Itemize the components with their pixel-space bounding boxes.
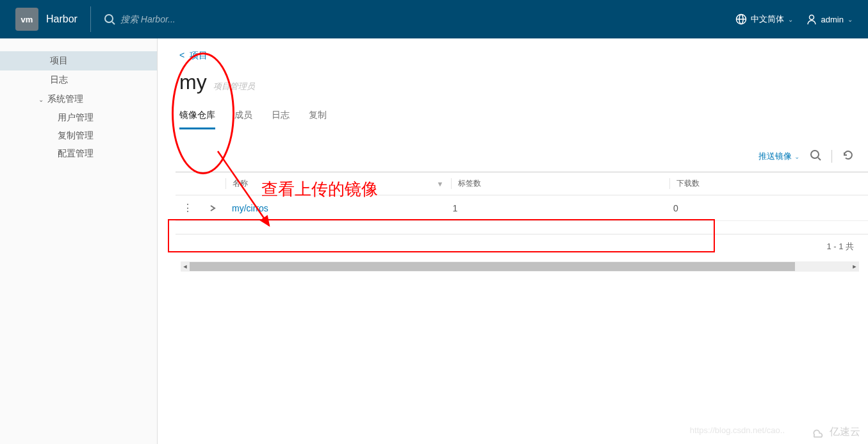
sidebar-group-label: 系统管理: [47, 94, 83, 105]
tab-members[interactable]: 成员: [234, 110, 252, 129]
user-icon: [806, 13, 817, 25]
globe-icon: [735, 13, 747, 25]
scroll-right-arrow[interactable]: ►: [850, 262, 859, 271]
table-row[interactable]: ⋮ my/cirros 1 0: [176, 195, 868, 221]
header-right: 中文简体 ⌄ admin ⌄: [735, 13, 853, 25]
svg-line-1: [112, 22, 115, 24]
chevron-down-icon: ⌄: [848, 16, 853, 23]
chevron-down-icon: ⌄: [788, 16, 793, 23]
chevron-down-icon: ⌄: [794, 153, 799, 160]
repo-name-link[interactable]: my/cirros: [225, 203, 446, 213]
push-image-link[interactable]: 推送镜像 ⌄: [758, 151, 799, 162]
repo-tags: 1: [446, 203, 666, 213]
sidebar-item-replication[interactable]: 复制管理: [0, 127, 157, 145]
svg-point-5: [809, 15, 814, 20]
scroll-left-arrow[interactable]: ◄: [181, 262, 190, 271]
search-input[interactable]: [120, 14, 735, 24]
chevron-right-icon: [209, 204, 217, 212]
filter-icon: ▼: [436, 180, 443, 188]
th-name[interactable]: 名称 ▼: [225, 178, 451, 189]
sidebar: 项目 日志 ⌄ 系统管理 用户管理 复制管理 配置管理: [0, 38, 158, 444]
row-expand-button[interactable]: [200, 204, 225, 212]
sidebar-group-system[interactable]: ⌄ 系统管理: [0, 90, 157, 109]
sidebar-item-config[interactable]: 配置管理: [0, 145, 157, 163]
project-title: my: [179, 70, 207, 94]
search-icon: [104, 13, 115, 25]
app-header: vm Harbor 中文简体 ⌄ admin ⌄: [0, 0, 868, 38]
push-image-label: 推送镜像: [758, 151, 792, 161]
product-name: Harbor: [46, 13, 78, 25]
th-tags[interactable]: 标签数: [451, 178, 669, 189]
sidebar-item-logs[interactable]: 日志: [0, 70, 157, 90]
horizontal-scrollbar[interactable]: ◄ ►: [181, 261, 859, 272]
tab-image-repo[interactable]: 镜像仓库: [179, 110, 215, 129]
breadcrumb-label: 项目: [190, 50, 208, 60]
refresh-icon: [842, 149, 854, 161]
th-downloads[interactable]: 下载数: [669, 178, 868, 189]
chevron-left-icon: <: [179, 50, 184, 60]
sidebar-item-users[interactable]: 用户管理: [0, 109, 157, 127]
scroll-thumb[interactable]: [190, 262, 795, 271]
tabs: 镜像仓库 成员 日志 复制: [179, 110, 868, 130]
table-footer: 1 - 1 共: [176, 234, 868, 259]
svg-point-6: [811, 151, 819, 158]
user-menu[interactable]: admin ⌄: [806, 13, 853, 25]
toolbar-divider: [831, 150, 832, 163]
table-header: 名称 ▼ 标签数 下载数: [176, 172, 868, 195]
repo-downloads: 0: [667, 203, 868, 213]
vmware-logo: vm: [15, 8, 38, 31]
svg-point-0: [105, 15, 113, 22]
language-selector[interactable]: 中文简体 ⌄: [735, 13, 793, 25]
search-container: [104, 13, 735, 25]
row-actions-button[interactable]: ⋮: [176, 202, 200, 214]
tab-replication[interactable]: 复制: [309, 110, 327, 129]
language-label: 中文简体: [751, 13, 784, 25]
filter-search-button[interactable]: [810, 149, 821, 163]
project-role: 项目管理员: [213, 81, 255, 92]
th-name-label: 名称: [233, 178, 248, 189]
main-content: < 项目 my 项目管理员 镜像仓库 成员 日志 复制 推送镜像 ⌄: [158, 38, 868, 444]
search-icon: [810, 149, 821, 161]
user-label: admin: [821, 15, 844, 24]
sidebar-item-projects[interactable]: 项目: [0, 51, 157, 70]
chevron-down-icon: ⌄: [38, 96, 44, 103]
table-toolbar: 推送镜像 ⌄: [176, 130, 868, 172]
tab-logs[interactable]: 日志: [272, 110, 290, 129]
breadcrumb-back[interactable]: < 项目: [179, 50, 868, 62]
refresh-button[interactable]: [842, 149, 854, 163]
header-divider: [90, 6, 91, 32]
svg-line-7: [818, 158, 821, 160]
repo-table: 名称 ▼ 标签数 下载数 ⋮ my/cirros 1 0 1 - 1 共: [176, 172, 868, 259]
